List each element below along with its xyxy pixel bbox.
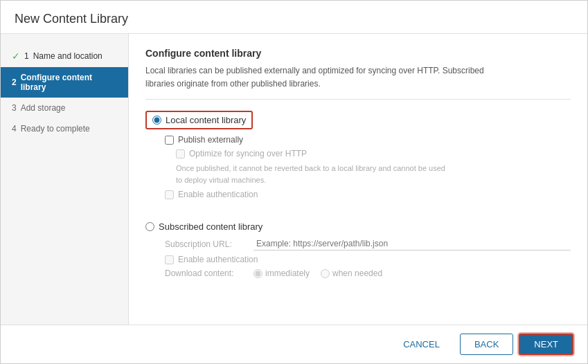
publish-externally-label: Publish externally (178, 135, 243, 145)
download-content-row: Download content: immediately when neede… (165, 269, 571, 278)
publish-externally-option[interactable]: Publish externally (165, 135, 571, 145)
checkmark-icon: ✓ (12, 51, 20, 62)
sidebar-step-1[interactable]: ✓ 1 Name and location (1, 45, 128, 67)
subscribed-library-label: Subscribed content library (159, 221, 262, 232)
subscription-url-label: Subscription URL: (165, 239, 248, 249)
back-button[interactable]: BACK (460, 334, 513, 355)
enable-auth-sub-option: Enable authentication (165, 255, 571, 264)
when-needed-option: when needed (321, 269, 382, 278)
sidebar-step-2[interactable]: 2 Configure content library (1, 67, 128, 98)
optimize-http-checkbox (176, 149, 185, 158)
main-content: Configure content library Local librarie… (129, 34, 587, 325)
dialog-title: New Content Library (1, 1, 587, 34)
enable-auth-local-checkbox (165, 190, 174, 199)
subscription-url-row: Subscription URL: (165, 237, 571, 251)
sidebar-step-4[interactable]: 4 Ready to complete (1, 118, 128, 139)
subscribed-library-radio[interactable] (145, 222, 154, 231)
publish-externally-checkbox[interactable] (165, 136, 174, 145)
enable-auth-sub-checkbox (165, 255, 174, 264)
immediately-radio (253, 269, 262, 278)
download-options: immediately when needed (253, 269, 382, 278)
local-library-radio[interactable] (152, 116, 161, 125)
section-description: Local libraries can be published externa… (145, 64, 571, 100)
dialog-body: ✓ 1 Name and location 2 Configure conten… (1, 34, 587, 325)
sidebar-step-1-label: Name and location (33, 51, 103, 61)
dialog-footer: CANCEL BACK NEXT (1, 325, 587, 363)
option-group-subscribed: Subscribed content library Subscription … (145, 221, 571, 278)
immediately-label: immediately (265, 269, 310, 278)
sidebar-step-3[interactable]: 3 Add storage (1, 98, 128, 118)
immediately-option: immediately (253, 269, 310, 278)
sidebar-step-3-label: Add storage (21, 103, 66, 113)
next-button[interactable]: NEXT (519, 334, 573, 355)
subscribed-library-option[interactable]: Subscribed content library (145, 221, 571, 232)
optimize-note: Once published, it cannot be reverted ba… (176, 163, 571, 185)
local-library-label: Local content library (166, 115, 246, 125)
enable-auth-local-option: Enable authentication (165, 190, 571, 199)
sidebar: ✓ 1 Name and location 2 Configure conten… (1, 34, 129, 325)
optimize-http-label: Optimize for syncing over HTTP (189, 149, 307, 158)
section-title: Configure content library (145, 48, 571, 59)
sidebar-step-4-label: Ready to complete (21, 124, 90, 134)
cancel-button[interactable]: CANCEL (389, 334, 454, 355)
option-group-local: Local content library Publish externally… (145, 111, 571, 199)
download-content-label: Download content: (165, 269, 248, 278)
dialog: New Content Library ✓ 1 Name and locatio… (0, 0, 588, 364)
enable-auth-local-label: Enable authentication (178, 190, 258, 199)
enable-auth-sub-label: Enable authentication (178, 255, 258, 264)
when-needed-radio (321, 269, 330, 278)
subscription-url-input[interactable] (253, 237, 571, 251)
sidebar-step-2-label: Configure content library (21, 73, 117, 92)
optimize-http-option: Optimize for syncing over HTTP (176, 149, 571, 158)
when-needed-label: when needed (332, 269, 382, 278)
local-library-option[interactable]: Local content library (145, 111, 253, 129)
